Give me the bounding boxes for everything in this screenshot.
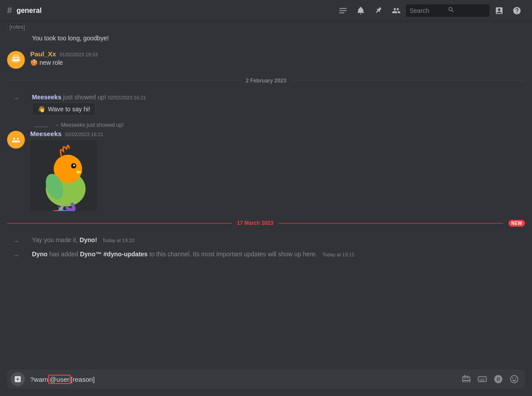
avatar-icon xyxy=(11,53,21,66)
join-arrow-icon: → xyxy=(7,94,25,102)
input-text-before: ?warn xyxy=(30,376,48,383)
parrot-gif xyxy=(30,140,97,211)
separator-line-right xyxy=(292,80,525,81)
svg-text:GIF: GIF xyxy=(480,378,485,382)
dyno-name-2: Dyno xyxy=(32,251,47,258)
input-right-icons: GIF xyxy=(459,372,521,386)
join-text: Meeseeks just showed up! 02/02/2023 16:2… xyxy=(32,94,525,101)
dyno-timestamp-1: Today at 19:10 xyxy=(102,238,134,243)
svg-point-7 xyxy=(17,138,19,140)
bell-icon-btn[interactable] xyxy=(353,3,369,19)
svg-point-6 xyxy=(13,138,15,140)
meeseeks-author[interactable]: Meeseeks xyxy=(30,130,62,137)
wave-label: Wave to say hi! xyxy=(48,106,90,113)
wave-button[interactable]: 👋 Wave to say hi! xyxy=(32,102,96,116)
chat-input-wrapper[interactable]: ?warn @user [reason] GIF xyxy=(7,369,525,389)
gif-container xyxy=(30,140,525,211)
channel-hash-icon: # xyxy=(7,5,12,16)
messages-area: [roles] You took too long, goodbye! Paul… xyxy=(0,21,532,366)
svg-rect-8 xyxy=(12,141,20,142)
message-timestamp: 01/02/2023 19:33 xyxy=(59,52,98,57)
join-timestamp: 02/02/2023 16:21 xyxy=(108,95,146,100)
reply-text: → Meeseeks just showed up! xyxy=(54,122,124,128)
search-placeholder: Search xyxy=(410,7,448,14)
dyno-content-1: Yay you made it, Dyno! Today at 19:10 xyxy=(32,236,525,243)
chat-input-area: ?warn @user [reason] GIF xyxy=(0,366,532,396)
channel-name: general xyxy=(16,7,42,15)
dyno-name-1: Dyno! xyxy=(79,236,97,243)
message-header: Paul_Xx 01/02/2023 19:33 xyxy=(30,50,525,58)
date-separator-text: 2 February 2023 xyxy=(246,78,286,84)
join-arrow-2: → xyxy=(7,251,25,259)
channel-header: # general Search xyxy=(0,0,532,21)
partial-message: [roles] xyxy=(0,21,532,34)
input-text-after: [reason] xyxy=(71,376,95,383)
search-bar[interactable]: Search xyxy=(406,4,489,17)
search-icon xyxy=(448,6,486,15)
sticker-button[interactable] xyxy=(491,372,505,386)
system-join-message: → Meeseeks just showed up! 02/02/2023 16… xyxy=(0,91,532,118)
header-icons: Search xyxy=(335,3,525,19)
dyno-join-1: → Yay you made it, Dyno! Today at 19:10 xyxy=(0,234,532,248)
march-date-text: 17 March 2023 xyxy=(237,220,273,226)
svg-rect-18 xyxy=(59,210,67,211)
continuation-text: You took too long, goodbye! xyxy=(0,34,532,47)
separator-line-left xyxy=(7,80,240,81)
message-text: 🍪 🍪 new rolenew role xyxy=(30,59,525,67)
dyno-text-2: Dyno has added Dyno™ #dyno-updates to th… xyxy=(32,251,355,258)
date-separator: 2 February 2023 xyxy=(0,71,532,91)
date-separator-new: 17 March 2023 NEW xyxy=(0,213,532,234)
gif-button[interactable]: GIF xyxy=(475,372,489,386)
svg-rect-5 xyxy=(12,59,20,61)
pin-icon-btn[interactable] xyxy=(370,3,386,19)
inbox-icon-btn[interactable] xyxy=(491,3,507,19)
avatar xyxy=(7,51,25,69)
meeseeks-timestamp: 02/02/2023 16:21 xyxy=(65,132,103,137)
meeseeks-header: Meeseeks 02/02/2023 16:21 xyxy=(30,130,525,137)
dyno-channel-ref: Dyno™ #dyno-updates xyxy=(80,251,147,258)
meeseeks-content: Meeseeks 02/02/2023 16:21 xyxy=(30,130,525,211)
add-button[interactable] xyxy=(11,372,25,386)
dyno-timestamp-2: Today at 19:11 xyxy=(323,252,355,257)
join-arrow-1: → xyxy=(7,237,25,245)
new-badge: NEW xyxy=(508,220,525,227)
meeseeks-message: Meeseeks 02/02/2023 16:21 xyxy=(7,130,525,211)
svg-point-13 xyxy=(73,165,75,166)
join-username: Meeseeks xyxy=(32,94,61,101)
members-icon-btn[interactable] xyxy=(388,3,404,19)
reply-reference: → Meeseeks just showed up! xyxy=(30,122,525,128)
chat-input-text[interactable]: ?warn @user [reason] xyxy=(25,370,459,388)
message-text: You took too long, goodbye! xyxy=(32,35,109,42)
message-author[interactable]: Paul_Xx xyxy=(30,50,56,58)
dyno-join-2: → Dyno has added Dyno™ #dyno-updates to … xyxy=(0,248,532,262)
threads-icon-btn[interactable] xyxy=(335,3,351,19)
emoji: 🍪 xyxy=(30,59,38,66)
emoji-button[interactable] xyxy=(507,372,521,386)
wave-emoji: 👋 xyxy=(38,106,45,113)
roles-tag: [roles] xyxy=(7,23,27,31)
red-separator-left xyxy=(7,223,232,223)
help-icon-btn[interactable] xyxy=(509,3,525,19)
meeseeks-avatar xyxy=(7,131,25,149)
gift-button[interactable] xyxy=(459,372,473,386)
message-group: Paul_Xx 01/02/2023 19:33 🍪 🍪 new rolenew… xyxy=(0,47,532,71)
red-separator-right xyxy=(279,223,503,223)
dyno-text-1: Yay you made it, Dyno! Today at 19:10 xyxy=(32,236,134,243)
input-at-user: @user xyxy=(48,375,71,384)
message-with-reply: → Meeseeks just showed up! Meeseeks 02/0… xyxy=(0,118,532,213)
dyno-content-2: Dyno has added Dyno™ #dyno-updates to th… xyxy=(32,251,525,258)
join-content: Meeseeks just showed up! 02/02/2023 16:2… xyxy=(32,94,525,116)
message-content: Paul_Xx 01/02/2023 19:33 🍪 🍪 new rolenew… xyxy=(30,50,525,67)
